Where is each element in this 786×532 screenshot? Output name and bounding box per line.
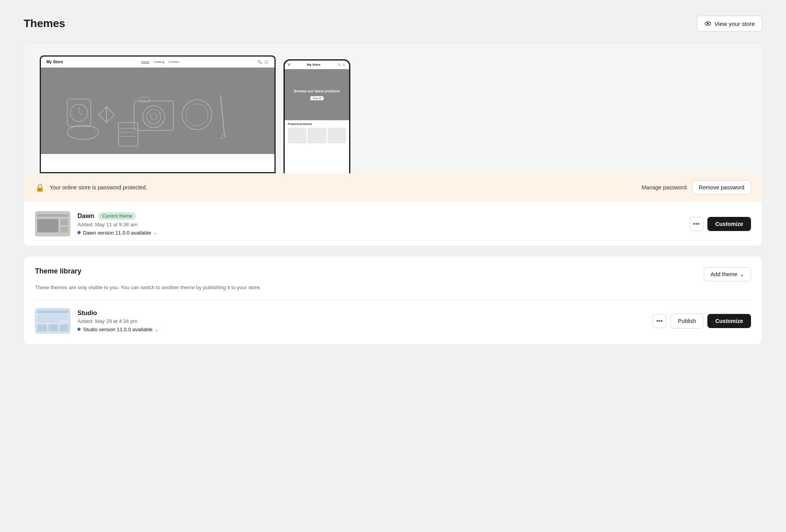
mobile-product-card-3 [328,128,346,143]
mobile-product-card-2 [307,128,326,143]
mobile-mockup: ☰ My Store 🔍 🛒 Browse our latest product… [283,59,350,173]
desktop-nav-icons: 🔍 🛒 [257,60,269,64]
svg-rect-24 [37,215,68,217]
studio-more-dots-icon: ••• [656,317,663,325]
desktop-screen: My Store Home Catalog Contact 🔍 🛒 [41,57,274,172]
search-icon: 🔍 [257,60,262,64]
svg-rect-26 [61,219,68,225]
library-description: These themes are only visible to you. Yo… [35,284,751,290]
svg-rect-33 [37,325,47,332]
svg-rect-25 [37,219,59,232]
mobile-screen: ☰ My Store 🔍 🛒 Browse our latest product… [285,61,349,173]
studio-version-dot [77,328,81,331]
page-title: Themes [24,17,65,30]
password-banner-left: 🔒 Your online store is password protecte… [35,183,147,192]
library-divider [35,300,751,300]
dawn-customize-button[interactable]: Customize [707,217,751,231]
mobile-featured-label: Featured products [285,120,349,128]
mobile-product-card-1 [288,128,306,143]
library-header: Theme library Add theme ⌄ [35,267,751,281]
studio-publish-button[interactable]: Publish [670,314,703,328]
add-theme-chevron-icon: ⌄ [740,271,744,277]
desktop-hero [41,68,274,154]
password-banner: 🔒 Your online store is password protecte… [24,173,762,202]
studio-theme-name: Studio [77,310,97,317]
page-header: Themes View your store [24,16,762,31]
mobile-hero-text: Browse our latest products [294,89,340,94]
mobile-shop-all-btn: Shop all [310,96,324,100]
desktop-nav: My Store Home Catalog Contact 🔍 🛒 [41,57,274,68]
studio-customize-button[interactable]: Customize [707,314,751,328]
dawn-theme-thumbnail [35,211,70,237]
svg-rect-32 [37,321,59,322]
mobile-nav: ☰ My Store 🔍 🛒 [285,61,349,69]
studio-theme-info: Studio Added: May 29 at 4:34 pm Studio v… [77,310,645,332]
studio-theme-actions: ••• Publish Customize [652,314,751,328]
studio-version-text: Studio version 11.0.0 available [83,327,153,332]
dawn-name-row: Dawn Current theme [77,212,682,220]
svg-rect-27 [61,227,68,233]
current-theme-badge: Current theme [98,212,136,220]
svg-rect-29 [37,310,68,314]
svg-rect-30 [37,315,68,317]
current-theme-section: Dawn Current theme Added: May 11 at 9:38… [24,202,762,246]
dawn-version-row[interactable]: Dawn version 11.0.0 available ⌄ [77,230,682,236]
studio-version-row[interactable]: Studio version 11.0.0 available ⌄ [77,327,645,332]
more-dots-icon: ••• [693,220,700,227]
desktop-nav-brand: My Store [46,60,63,64]
lock-icon: 🔒 [35,183,45,192]
version-dot [77,231,81,234]
eye-icon [704,20,711,27]
password-banner-message: Your online store is password protected. [50,184,147,191]
password-banner-right: Manage password Remove password [642,180,751,194]
theme-preview-area: My Store Home Catalog Contact 🔍 🛒 [24,44,762,173]
add-theme-button[interactable]: Add theme ⌄ [704,267,751,281]
svg-point-1 [707,23,709,25]
version-chevron-icon: ⌄ [153,230,157,235]
library-title: Theme library [35,267,81,275]
studio-theme-item: Studio Added: May 29 at 4:34 pm Studio v… [35,308,751,334]
svg-rect-31 [37,318,68,319]
svg-rect-35 [60,325,68,332]
mobile-hero: Browse our latest products Shop all [285,69,349,120]
studio-thumbnail-svg [35,308,70,334]
dawn-theme-added: Added: May 11 at 9:38 am [77,222,682,227]
remove-password-button[interactable]: Remove password [692,180,751,194]
theme-library-card: Theme library Add theme ⌄ These themes a… [24,256,762,345]
studio-theme-added: Added: May 29 at 4:34 pm [77,318,645,324]
dawn-theme-actions: ••• Customize [689,217,751,231]
mobile-nav-brand: My Store [307,63,320,66]
dawn-theme-item: Dawn Current theme Added: May 11 at 9:38… [35,211,751,237]
manage-password-button[interactable]: Manage password [642,184,687,191]
dawn-theme-info: Dawn Current theme Added: May 11 at 9:38… [77,212,682,236]
dawn-more-button[interactable]: ••• [689,217,703,231]
dawn-version-text: Dawn version 11.0.0 available [83,230,151,236]
studio-name-row: Studio [77,310,645,317]
mobile-search-icon: 🔍 [337,63,341,66]
mobile-cart-icon: 🛒 [342,63,346,66]
studio-version-chevron-icon: ⌄ [155,327,158,332]
cart-icon: 🛒 [264,60,269,64]
studio-more-button[interactable]: ••• [652,314,666,328]
mobile-nav-menu-icon: ☰ [288,63,290,66]
desktop-mockup: My Store Home Catalog Contact 🔍 🛒 [40,55,276,173]
desktop-nav-links: Home Catalog Contact [141,60,179,64]
dawn-theme-name: Dawn [77,213,94,220]
studio-theme-thumbnail [35,308,70,334]
hero-sketch-svg [41,68,274,154]
view-store-button[interactable]: View your store [697,16,762,31]
add-theme-label: Add theme [711,271,737,277]
mobile-product-grid [285,128,349,143]
theme-preview-card: My Store Home Catalog Contact 🔍 🛒 [24,43,762,246]
dawn-thumbnail-svg [35,211,70,237]
svg-rect-34 [48,325,58,332]
